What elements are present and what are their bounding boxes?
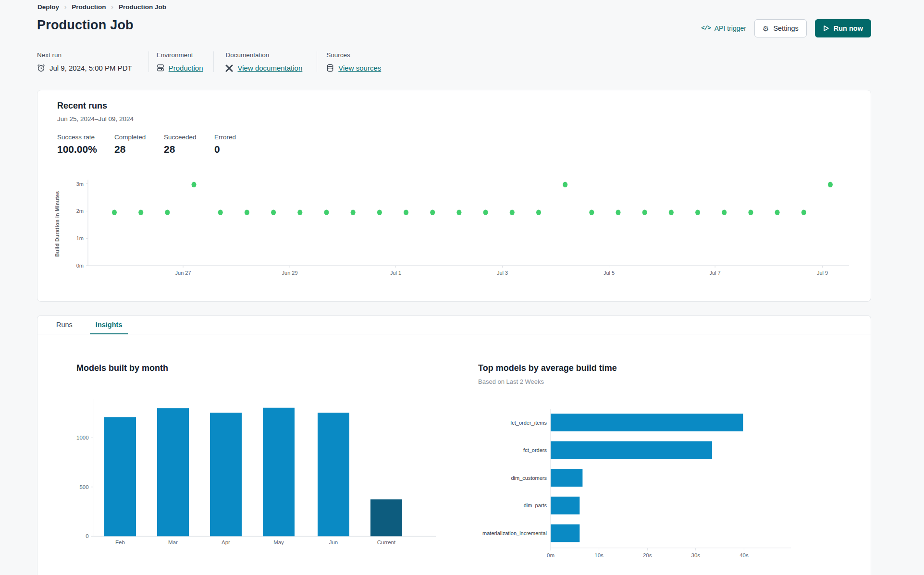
svg-text:40s: 40s xyxy=(739,552,749,558)
environment-database-icon xyxy=(157,64,164,72)
breadcrumb-item-deploy[interactable]: Deploy xyxy=(37,3,59,11)
view-documentation-link[interactable]: View documentation xyxy=(237,64,302,72)
next-run-meta: Next run Jul 9, 2024, 5:00 PM PDT xyxy=(37,51,149,72)
svg-text:2m: 2m xyxy=(76,208,84,214)
svg-text:Build Duration in Minutes: Build Duration in Minutes xyxy=(54,191,60,257)
svg-text:dim_parts: dim_parts xyxy=(524,502,547,508)
gear-icon: ⚙ xyxy=(763,25,769,32)
svg-text:dim_customers: dim_customers xyxy=(511,475,547,481)
build-duration-chart: 0m1m2m3mJun 27Jun 29Jul 1Jul 3Jul 5Jul 7… xyxy=(46,176,863,278)
svg-text:Jun 27: Jun 27 xyxy=(175,270,191,276)
svg-text:500: 500 xyxy=(79,484,88,490)
svg-text:Jun: Jun xyxy=(329,539,338,545)
documentation-label: Documentation xyxy=(225,51,302,59)
tab-runs[interactable]: Runs xyxy=(45,316,84,334)
tabstrip: Runs Insights xyxy=(37,316,871,334)
top-models-subtitle: Based on Last 2 Weeks xyxy=(478,378,544,385)
svg-text:0m: 0m xyxy=(547,552,554,558)
sources-label: Sources xyxy=(326,51,381,59)
svg-text:20s: 20s xyxy=(643,552,652,558)
svg-text:Jun 29: Jun 29 xyxy=(282,270,298,276)
svg-text:Jul 7: Jul 7 xyxy=(709,270,720,276)
recent-runs-stats: Success rate 100.00% Completed 28 Succee… xyxy=(57,134,236,155)
environment-meta: Environment Production xyxy=(149,51,214,72)
svg-text:fct_order_items: fct_order_items xyxy=(510,420,547,426)
svg-text:3m: 3m xyxy=(76,181,84,187)
svg-text:Apr: Apr xyxy=(222,539,230,545)
svg-text:Jul 9: Jul 9 xyxy=(817,270,828,276)
svg-text:fct_orders: fct_orders xyxy=(523,447,547,453)
svg-text:0: 0 xyxy=(86,533,88,539)
svg-text:10s: 10s xyxy=(594,552,604,558)
recent-runs-date-range: Jun 25, 2024–Jul 09, 2024 xyxy=(57,115,134,122)
chevron-right-icon: › xyxy=(111,3,113,11)
page-title: Production Job xyxy=(37,18,134,33)
svg-text:1000: 1000 xyxy=(76,435,89,440)
tab-insights[interactable]: Insights xyxy=(84,316,134,334)
stat-success-rate: Success rate 100.00% xyxy=(57,134,114,155)
svg-text:Jul 1: Jul 1 xyxy=(390,270,401,276)
svg-text:Jul 3: Jul 3 xyxy=(497,270,508,276)
run-now-label: Run now xyxy=(834,24,863,32)
sources-meta: Sources View sources xyxy=(317,51,381,72)
code-icon: </> xyxy=(701,25,711,32)
svg-text:30s: 30s xyxy=(691,552,701,558)
play-icon xyxy=(823,25,829,32)
next-run-label: Next run xyxy=(37,51,132,59)
svg-text:Current: Current xyxy=(377,539,396,545)
sources-database-icon xyxy=(326,64,334,72)
stat-errored: Errored 0 xyxy=(214,134,236,155)
stat-succeeded: Succeeded 28 xyxy=(164,134,214,155)
breadcrumb-item-production[interactable]: Production xyxy=(72,3,106,11)
stat-completed: Completed 28 xyxy=(114,134,164,155)
job-meta-row: Next run Jul 9, 2024, 5:00 PM PDT Enviro… xyxy=(37,51,381,72)
breadcrumb: Deploy › Production › Production Job xyxy=(37,3,166,11)
top-models-chart: 0m10s20s30s40sfct_order_itemsfct_ordersd… xyxy=(481,404,813,563)
svg-text:materialization_incremental: materialization_incremental xyxy=(482,530,547,536)
dbt-docs-icon xyxy=(225,64,233,72)
breadcrumb-item-production-job: Production Job xyxy=(119,3,166,11)
recent-runs-card: Recent runs Jun 25, 2024–Jul 09, 2024 Su… xyxy=(37,90,871,302)
view-sources-link[interactable]: View sources xyxy=(338,64,381,72)
environment-link[interactable]: Production xyxy=(169,64,203,72)
svg-text:1m: 1m xyxy=(76,235,84,241)
api-trigger-label: API trigger xyxy=(715,24,746,32)
svg-text:Jul 5: Jul 5 xyxy=(604,270,615,276)
documentation-meta: Documentation View documentation xyxy=(214,51,317,72)
header-actions: </> API trigger ⚙ Settings Run now xyxy=(701,19,871,38)
next-run-value: Jul 9, 2024, 5:00 PM PDT xyxy=(37,64,132,72)
insights-card: Runs Insights Models built by month 0500… xyxy=(37,315,871,575)
svg-text:0m: 0m xyxy=(76,263,84,269)
chevron-right-icon: › xyxy=(64,3,66,11)
run-now-button[interactable]: Run now xyxy=(815,19,871,37)
environment-label: Environment xyxy=(157,51,203,59)
settings-label: Settings xyxy=(773,24,798,32)
svg-text:Mar: Mar xyxy=(168,539,178,545)
svg-text:Feb: Feb xyxy=(115,539,125,545)
svg-text:May: May xyxy=(273,539,284,545)
top-models-title: Top models by average build time xyxy=(478,363,617,373)
recent-runs-title: Recent runs xyxy=(57,101,107,111)
api-trigger-link[interactable]: </> API trigger xyxy=(701,24,746,32)
settings-button[interactable]: ⚙ Settings xyxy=(754,19,807,37)
models-by-month-chart: 05001000FebMarAprMayJunCurrent xyxy=(68,394,443,551)
models-by-month-title: Models built by month xyxy=(76,363,168,373)
clock-icon xyxy=(37,64,45,72)
